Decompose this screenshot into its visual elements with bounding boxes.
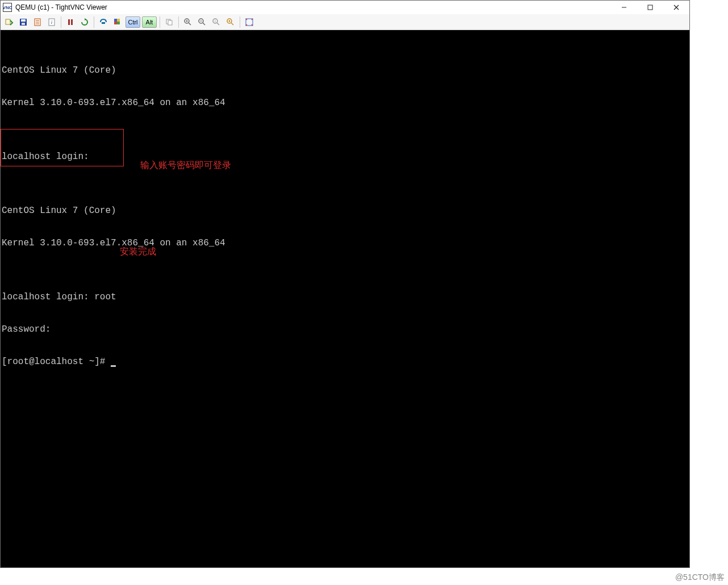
info-icon[interactable]: i xyxy=(45,16,58,28)
terminal-prompt-line: [root@localhost ~]# xyxy=(1,357,689,367)
svg-text:1: 1 xyxy=(215,19,216,23)
svg-line-29 xyxy=(203,23,205,25)
terminal-viewport[interactable]: CentOS Linux 7 (Core) Kernel 3.10.0-693.… xyxy=(1,30,689,567)
zoom-out-icon[interactable] xyxy=(196,16,208,28)
ctrl-alt-del-icon[interactable] xyxy=(97,16,110,28)
svg-rect-19 xyxy=(117,22,120,24)
new-connection-icon[interactable] xyxy=(3,16,15,28)
svg-line-35 xyxy=(231,23,233,25)
svg-rect-21 xyxy=(117,19,120,22)
minimize-button[interactable] xyxy=(611,1,637,14)
toolbar-separator xyxy=(240,16,240,28)
svg-rect-6 xyxy=(21,19,26,22)
maximize-button[interactable] xyxy=(637,1,663,14)
copy-icon[interactable] xyxy=(163,16,175,28)
app-icon: VNC xyxy=(3,3,12,12)
toolbar: i Ctrl Alt 1 xyxy=(1,14,689,30)
watermark: @51CTO博客 xyxy=(675,573,725,583)
options-icon[interactable] xyxy=(31,16,44,28)
vnc-viewer-window: VNC QEMU (c1) - TightVNC Viewer i xyxy=(0,0,690,568)
alt-key-toggle[interactable]: Alt xyxy=(142,16,157,28)
terminal-line: CentOS Linux 7 (Core) xyxy=(1,206,689,216)
toolbar-separator xyxy=(61,16,61,28)
refresh-icon[interactable] xyxy=(78,16,91,28)
svg-rect-4 xyxy=(6,19,10,24)
fullscreen-icon[interactable] xyxy=(243,16,256,28)
terminal-line: Password: xyxy=(1,324,689,335)
svg-rect-15 xyxy=(71,19,73,25)
toolbar-separator xyxy=(178,16,179,28)
window-title: QEMU (c1) - TightVNC Viewer xyxy=(15,3,107,11)
toolbar-separator xyxy=(94,16,94,28)
pause-icon[interactable] xyxy=(64,16,77,28)
svg-rect-18 xyxy=(114,22,117,24)
svg-rect-7 xyxy=(22,23,25,25)
svg-rect-1 xyxy=(648,5,652,10)
zoom-in-icon[interactable] xyxy=(182,16,194,28)
window-controls xyxy=(611,1,689,14)
zoom-100-icon[interactable]: 1 xyxy=(210,16,223,28)
toolbar-separator xyxy=(160,16,160,28)
terminal-line: CentOS Linux 7 (Core) xyxy=(1,65,689,76)
svg-line-32 xyxy=(217,23,219,25)
svg-rect-14 xyxy=(68,19,70,25)
annotation-login-hint: 输入账号密码即可登录 xyxy=(140,160,231,170)
close-button[interactable] xyxy=(663,1,689,14)
annotation-install-complete: 安装完成 xyxy=(120,246,156,257)
svg-rect-23 xyxy=(168,20,172,25)
save-icon[interactable] xyxy=(17,16,30,28)
titlebar[interactable]: VNC QEMU (c1) - TightVNC Viewer xyxy=(1,1,689,14)
terminal-line: Kernel 3.10.0-693.el7.x86_64 on an x86_6… xyxy=(1,98,689,108)
svg-point-36 xyxy=(229,20,231,22)
terminal-line: localhost login: root xyxy=(1,292,689,303)
terminal-line: Kernel 3.10.0-693.el7.x86_64 on an x86_6… xyxy=(1,238,689,249)
svg-line-25 xyxy=(189,23,191,25)
ctrl-key-toggle[interactable]: Ctrl xyxy=(125,16,140,28)
zoom-fit-icon[interactable] xyxy=(224,16,237,28)
terminal-line: localhost login: xyxy=(1,152,689,162)
cursor-icon xyxy=(111,365,116,367)
svg-rect-20 xyxy=(114,19,117,22)
svg-rect-17 xyxy=(102,22,105,24)
ctrl-esc-icon[interactable] xyxy=(111,16,124,28)
